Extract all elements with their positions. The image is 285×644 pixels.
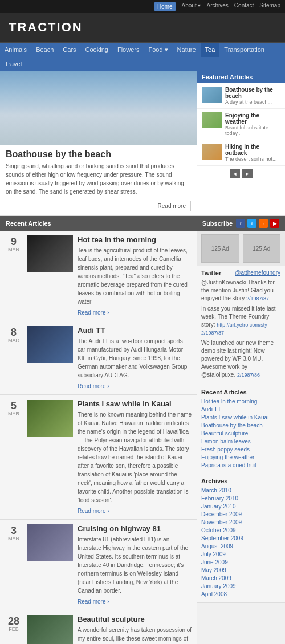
cat-flowers[interactable]: Flowers (113, 43, 144, 57)
cat-animals[interactable]: Animals (0, 43, 31, 57)
recent-sidebar: Recent Articles Hot tea in the morning A… (197, 385, 285, 474)
featured-item-1-sub: A day at the beach... (225, 99, 280, 105)
archive-may2009[interactable]: May 2009 (201, 567, 280, 573)
topnav-about[interactable]: About ▾ (182, 2, 201, 11)
archive-aug2009[interactable]: August 2009 (201, 543, 280, 549)
rss-icon[interactable]: r (259, 219, 268, 228)
archive-dec2009[interactable]: December 2009 (201, 511, 280, 517)
archive-apr2008[interactable]: April 2008 (201, 591, 280, 597)
topnav-home[interactable]: Home (154, 2, 176, 11)
article-content-4: Cruising on highway 81 Interstate 81 (ab… (78, 524, 192, 605)
featured-item-3-title: Hiking in the outback (225, 144, 280, 156)
article-readmore-3[interactable]: Read more (78, 508, 109, 514)
tweet-link-2[interactable]: http://url.yetro.com/sty 2/1987/87 (201, 322, 267, 336)
cat-travel[interactable]: Travel (0, 57, 26, 71)
archive-sep2009[interactable]: September 2009 (201, 535, 280, 541)
archive-jan2010[interactable]: January 2010 (201, 503, 280, 510)
date-day-2: 8 (5, 327, 23, 337)
article-title-2: Audi TT (78, 326, 192, 335)
featured-thumb-3 (202, 144, 222, 160)
hero-read-more-link[interactable]: Read more (153, 201, 191, 211)
recent-articles-header: Recent Articles Subscribe f t r ▶ (0, 216, 285, 231)
twitter-tweet-2: In case you missed it late last week, Th… (201, 305, 280, 337)
date-day-5: 28 (5, 616, 23, 626)
recent-link-7[interactable]: Fresh poppy seeds (201, 446, 280, 453)
cat-cooking[interactable]: Cooking (81, 43, 113, 57)
featured-item-3[interactable]: Hiking in the outback The desert soil is… (197, 140, 285, 166)
recent-link-9[interactable]: Paprica is a dried fruit (201, 462, 280, 468)
ad-box-2[interactable]: 125 Ad (243, 234, 281, 263)
recent-link-4[interactable]: Boathouse by the beach (201, 422, 280, 429)
cat-cars[interactable]: Cars (58, 43, 80, 57)
recent-link-8[interactable]: Enjoying the weather (201, 454, 280, 460)
featured-item-2[interactable]: Enjoying the weather Beautiful substitut… (197, 109, 285, 140)
recent-link-6[interactable]: Lemon balm leaves (201, 438, 280, 445)
articles-list: 9 MAR Hot tea in the morning Tea is the … (0, 231, 197, 644)
date-col-4: 3 MAR (5, 524, 23, 605)
archives-section: Archives March 2010 February 2010 Januar… (197, 474, 285, 603)
date-day-3: 5 (5, 401, 23, 411)
twitter-tweet-1: @JustinKownacki Thanks for the mention J… (201, 279, 280, 303)
recent-sidebar-list: Hot tea in the morning Audi TT Plants I … (201, 398, 280, 468)
cat-food[interactable]: Food ▾ (144, 43, 172, 57)
site-logo: TRACTION (9, 20, 276, 35)
featured-header: Featured Articles (197, 71, 285, 83)
article-title-5: Beautiful sculpture (78, 615, 192, 623)
archive-mar2009[interactable]: March 2009 (201, 575, 280, 581)
article-readmore-4[interactable]: Read more (78, 598, 109, 605)
article-readmore-1[interactable]: Read more (78, 309, 109, 316)
featured-prev-button[interactable]: ◄ (230, 169, 240, 178)
date-col-5: 28 FEB (5, 615, 23, 644)
date-month-5: FEB (5, 626, 23, 632)
article-thumb-2 (27, 326, 73, 363)
recent-link-2[interactable]: Audi TT (201, 406, 280, 413)
archive-feb2010[interactable]: February 2010 (201, 495, 280, 502)
hero-text: Singing sand, whistling sand or barking … (0, 162, 197, 199)
cat-beach[interactable]: Beach (31, 43, 58, 57)
cat-tea[interactable]: Tea (201, 43, 220, 57)
article-row-5: 28 FEB Beautiful sculpture A wonderful s… (0, 610, 197, 644)
hero-title: Boathouse by the beach (0, 145, 197, 162)
recent-link-1[interactable]: Hot tea in the morning (201, 398, 280, 405)
featured-item-1[interactable]: Boathouse by the beach A day at the beac… (197, 83, 285, 109)
archive-mar2010[interactable]: March 2010 (201, 487, 280, 494)
category-nav: Animals Beach Cars Cooking Flowers Food … (0, 43, 285, 71)
twitter-icon[interactable]: t (247, 219, 256, 228)
date-month-2: MAR (5, 337, 23, 343)
site-header: TRACTION (0, 13, 285, 43)
featured-item-1-title: Boathouse by the beach (225, 87, 280, 99)
cat-nature[interactable]: Nature (173, 43, 201, 57)
archive-jan2009[interactable]: January 2009 (201, 583, 280, 589)
cat-transportation[interactable]: Transportation (219, 43, 269, 57)
article-text-3: There is no known meaning behind the nam… (78, 410, 192, 504)
archive-oct2009[interactable]: October 2009 (201, 527, 280, 533)
recent-link-5[interactable]: Beautiful sculpture (201, 430, 280, 437)
tweet-link-3[interactable]: 2/1987/86 (237, 372, 260, 378)
tweet-link-1[interactable]: 2/1987/87 (246, 296, 269, 301)
featured-item-2-title: Enjoying the weather (225, 112, 280, 125)
topnav-sitemap[interactable]: Sitemap (259, 2, 280, 11)
youtube-icon[interactable]: ▶ (270, 219, 279, 228)
archives-list: March 2010 February 2010 January 2010 De… (201, 487, 280, 597)
subscribe-label: Subscribe (202, 220, 233, 227)
article-content-1: Hot tea in the morning Tea is the agricu… (78, 235, 192, 316)
recent-link-3[interactable]: Plants I saw while in Kauai (201, 414, 280, 421)
topnav-archives[interactable]: Archives (206, 2, 228, 11)
twitter-handle[interactable]: @atthemefoundry (235, 270, 280, 276)
archive-jun2009[interactable]: June 2009 (201, 559, 280, 565)
article-title-3: Plants I saw while in Kauai (78, 400, 192, 408)
featured-next-button[interactable]: ► (242, 169, 253, 178)
article-thumb-1 (27, 235, 73, 272)
article-readmore-2[interactable]: Read more (78, 383, 109, 389)
facebook-icon[interactable]: f (236, 219, 245, 228)
featured-thumb-2 (202, 112, 222, 128)
archive-jul2009[interactable]: July 2009 (201, 551, 280, 557)
ad-box-1[interactable]: 125 Ad (201, 234, 239, 263)
date-col-1: 9 MAR (5, 235, 23, 316)
archive-nov2009[interactable]: November 2009 (201, 519, 280, 525)
archives-title: Archives (201, 478, 280, 484)
featured-item-3-sub: The desert soil is hot... (225, 156, 280, 162)
topnav-contact[interactable]: Contact (234, 2, 254, 11)
date-day-1: 9 (5, 237, 23, 247)
top-nav: Home About ▾ Archives Contact Sitemap (0, 0, 285, 13)
